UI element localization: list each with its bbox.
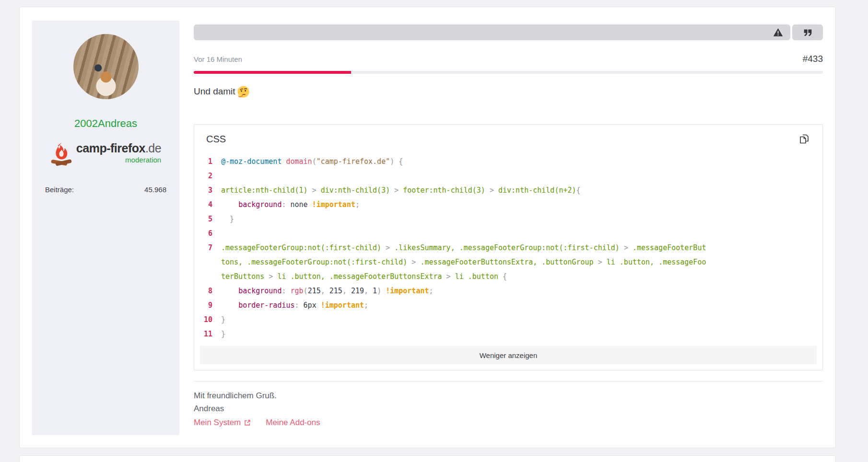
report-warning-icon[interactable] xyxy=(773,27,783,37)
brand-name: camp-firefox.de xyxy=(76,141,161,155)
post-card: 2002Andreas camp-firefox.de moderation B… xyxy=(19,7,836,448)
post-header: Vor 16 Minuten #433 xyxy=(194,54,823,64)
author-sidebar: 2002Andreas camp-firefox.de moderation B… xyxy=(32,21,179,435)
rank-badge: camp-firefox.de moderation xyxy=(50,141,161,169)
copy-icon[interactable] xyxy=(798,133,810,145)
code-line: 8 background: rgb(215, 215, 219, 1) !imp… xyxy=(194,284,822,298)
footer-button-bar xyxy=(194,24,823,40)
post-body-text: Und damit xyxy=(194,86,235,97)
post-count-label: Beiträge: xyxy=(45,185,74,194)
username-link[interactable]: 2002Andreas xyxy=(74,117,137,130)
external-link-icon xyxy=(244,419,251,427)
forum-page: 2002Andreas camp-firefox.de moderation B… xyxy=(0,0,868,462)
user-role: moderation xyxy=(125,156,161,164)
user-avatar[interactable] xyxy=(73,34,139,99)
code-line: 6 xyxy=(194,226,822,241)
quote-icon xyxy=(803,27,813,37)
code-line: 9 border-radius: 6px !important; xyxy=(194,298,822,312)
progress-track xyxy=(194,71,823,74)
signature-name: Andreas xyxy=(194,402,823,415)
code-line: 3article:nth-child(1) > div:nth-child(3)… xyxy=(194,183,822,197)
code-language-label: CSS xyxy=(206,134,226,145)
code-line: 10} xyxy=(194,312,822,327)
thinking-face-emoji xyxy=(237,85,250,98)
code-line: 1@-moz-document domain("camp-firefox.de"… xyxy=(194,154,822,169)
signature-greeting: Mit freundlichem Gruß. xyxy=(194,389,823,402)
post-number[interactable]: #433 xyxy=(803,54,823,64)
code-line: 11} xyxy=(194,327,822,341)
post-main: Vor 16 Minuten #433 Und damit xyxy=(194,21,823,429)
code-line: 2 xyxy=(194,169,822,183)
footer-buttons-group[interactable] xyxy=(194,24,790,40)
progress-fill xyxy=(194,71,351,74)
link-mein-system[interactable]: Mein System xyxy=(194,416,251,429)
signature-divider xyxy=(194,381,823,381)
link-meine-addons[interactable]: Meine Add-ons xyxy=(266,416,320,429)
code-line: 4 background: none !important; xyxy=(194,197,822,212)
campfire-logo-icon xyxy=(50,141,72,169)
code-block: CSS 1@-moz-document domain("camp-firefox… xyxy=(194,124,823,370)
code-lines: 1@-moz-document domain("camp-firefox.de"… xyxy=(194,154,822,344)
post-count-value: 45.968 xyxy=(144,185,166,194)
code-block-header: CSS xyxy=(194,125,822,145)
next-post-card xyxy=(19,455,836,462)
post-body: Und damit xyxy=(194,84,823,98)
signature: Mit freundlichem Gruß. Andreas Mein Syst… xyxy=(194,389,823,429)
code-line: 7.messageFooterGroup:not(:first-child) >… xyxy=(194,241,822,284)
quote-button[interactable] xyxy=(792,24,823,40)
post-count-row: Beiträge: 45.968 xyxy=(32,185,179,194)
post-timestamp[interactable]: Vor 16 Minuten xyxy=(194,55,242,63)
code-line: 5 } xyxy=(194,212,822,226)
collapse-button[interactable]: Weniger anzeigen xyxy=(200,346,817,364)
